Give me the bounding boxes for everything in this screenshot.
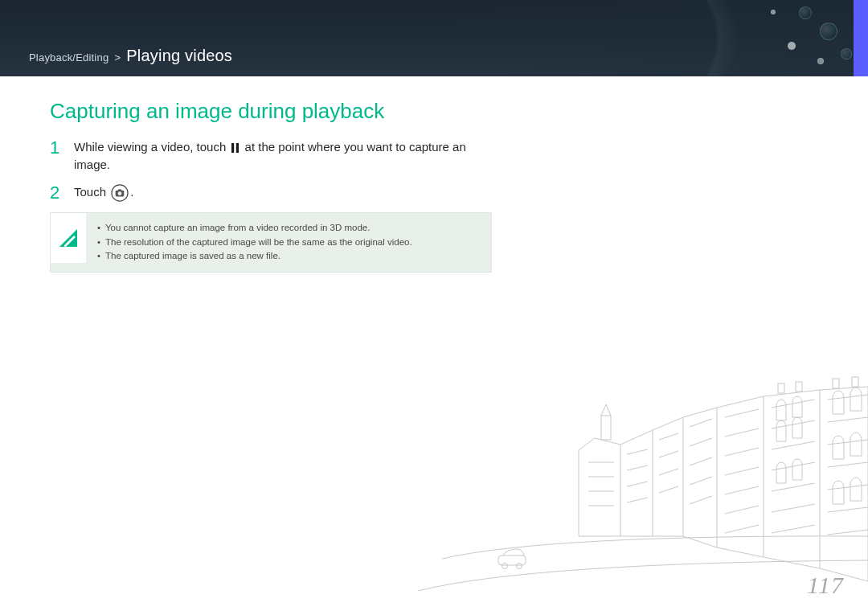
page-number: 117 [807, 572, 844, 599]
svg-line-17 [627, 498, 648, 502]
svg-point-8 [502, 564, 508, 569]
section-heading: Capturing an image during playback [50, 99, 826, 124]
note-item: You cannot capture an image from a video… [97, 221, 480, 236]
note-item: The captured image is saved as a new fil… [97, 249, 480, 264]
decor-bubble [771, 10, 776, 14]
note-item: The resolution of the captured image wil… [97, 236, 480, 250]
svg-line-29 [725, 428, 759, 437]
breadcrumb-current: Playing videos [126, 47, 232, 64]
svg-line-16 [627, 482, 648, 486]
svg-line-39 [772, 483, 815, 491]
svg-rect-49 [778, 383, 784, 393]
decorative-illustration [418, 350, 868, 591]
section-tab [854, 0, 868, 76]
camera-capture-icon [111, 184, 129, 202]
svg-line-34 [725, 525, 759, 533]
svg-line-23 [690, 419, 712, 427]
svg-line-32 [725, 486, 759, 494]
svg-point-9 [517, 564, 522, 569]
svg-line-40 [772, 504, 815, 512]
svg-line-30 [725, 448, 759, 456]
svg-line-42 [828, 395, 868, 400]
note-box: You cannot capture an image from a video… [50, 212, 492, 273]
svg-line-38 [772, 462, 815, 470]
note-icon [51, 213, 86, 263]
svg-rect-7 [498, 556, 526, 565]
svg-rect-1 [236, 143, 239, 153]
svg-point-5 [118, 191, 122, 195]
decor-bubble [820, 23, 837, 40]
svg-line-45 [828, 462, 868, 467]
svg-rect-0 [231, 143, 234, 153]
svg-line-31 [725, 467, 759, 475]
pause-icon [231, 143, 240, 153]
svg-line-41 [772, 525, 815, 533]
page-header: Playback/Editing > Playing videos [0, 0, 868, 76]
svg-line-20 [659, 451, 678, 457]
svg-rect-4 [118, 189, 122, 191]
step-body: Touch . [74, 183, 500, 203]
svg-line-27 [690, 496, 712, 504]
breadcrumb-separator: > [114, 51, 121, 64]
svg-line-14 [627, 449, 648, 454]
svg-line-37 [772, 441, 815, 449]
svg-line-28 [725, 409, 759, 417]
svg-line-48 [828, 530, 868, 535]
step-number: 2 [50, 183, 74, 203]
page-content: Capturing an image during playback 1 Whi… [0, 76, 868, 273]
svg-rect-18 [601, 416, 611, 440]
svg-line-22 [659, 486, 678, 493]
svg-rect-50 [796, 382, 802, 392]
step-body: While viewing a video, touch at the poin… [74, 138, 500, 174]
breadcrumb-parent: Playback/Editing [29, 51, 108, 64]
svg-rect-52 [852, 377, 858, 387]
svg-rect-51 [833, 379, 839, 388]
svg-line-46 [828, 485, 868, 490]
step-text: Touch [74, 185, 109, 199]
decor-bubble [799, 6, 812, 19]
decor-bubble [841, 48, 852, 59]
svg-line-21 [659, 469, 678, 475]
svg-line-19 [659, 433, 678, 440]
decor-bubble [817, 58, 824, 64]
step-2: 2 Touch . [50, 183, 500, 203]
svg-line-36 [772, 420, 815, 428]
step-text: . [130, 185, 133, 199]
svg-line-26 [690, 477, 712, 485]
svg-line-25 [690, 457, 712, 465]
svg-line-35 [772, 400, 815, 408]
svg-line-44 [828, 440, 868, 445]
breadcrumb: Playback/Editing > Playing videos [29, 47, 232, 65]
step-1: 1 While viewing a video, touch at the po… [50, 138, 500, 174]
svg-line-24 [690, 438, 712, 446]
note-list: You cannot capture an image from a video… [86, 213, 491, 272]
step-text: While viewing a video, touch [74, 140, 229, 154]
svg-line-15 [627, 465, 648, 470]
step-number: 1 [50, 138, 74, 174]
svg-line-33 [725, 506, 759, 514]
svg-line-47 [828, 507, 868, 512]
svg-line-43 [828, 417, 868, 422]
decor-bubble [788, 42, 796, 50]
